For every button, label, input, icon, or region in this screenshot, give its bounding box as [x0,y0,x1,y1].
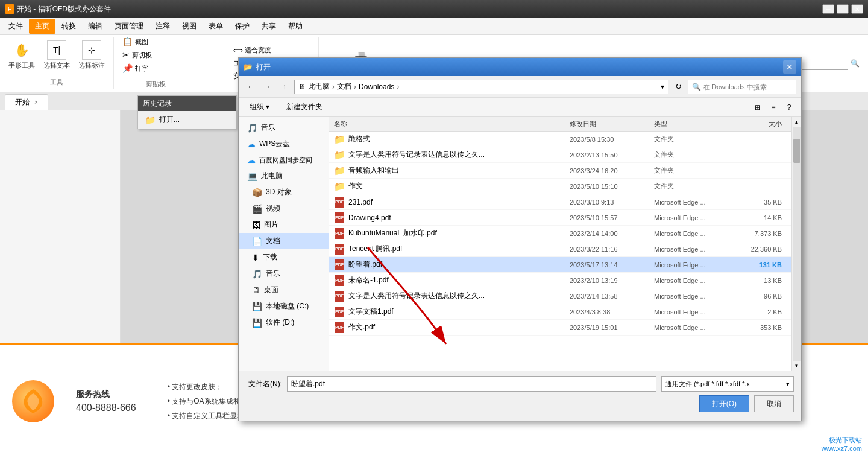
cut-btn[interactable]: ✂ 剪切板 [119,49,193,61]
nav-3d[interactable]: 📦 3D 对象 [239,184,329,200]
hand-label: 手形工具 [8,61,35,70]
app-window: F 开始 - 福昕OFD版式办公套件 ─ □ ✕ 文件 主页 转换 编辑 页面管… [0,0,868,458]
refresh-btn[interactable]: ↻ [671,80,685,94]
search-input[interactable] [703,83,792,91]
col-name-header[interactable]: 名称 [334,119,570,129]
nav-desktop-label: 桌面 [264,285,278,295]
file-item-wenzi2[interactable]: PDF 文字是人类用符号记录表达信息以传之久... 2023/2/14 13:5… [329,288,791,304]
new-folder-label: 新建文件夹 [286,102,322,112]
menu-convert[interactable]: 转换 [55,19,82,34]
nav-desktop[interactable]: 🖥 桌面 [239,282,329,298]
file-type-unnamed: Microsoft Edge ... [654,277,738,284]
scrollbar-thumb[interactable] [793,139,800,163]
nav-video[interactable]: 🎬 视频 [239,200,329,217]
new-folder-btn[interactable]: 新建文件夹 [280,100,329,115]
menu-file[interactable]: 文件 [2,19,29,34]
minimize-button[interactable]: ─ [822,4,834,14]
menu-comment[interactable]: 注释 [149,19,176,34]
nav-baidu-cloud[interactable]: ☁ 百度网盘同步空间 [239,152,329,168]
breadcrumb[interactable]: 🖥 此电脑 › 文档 › Downloads › ▾ [294,80,668,94]
menu-share[interactable]: 共享 [256,19,282,34]
file-item-wenziwengao[interactable]: PDF 文字文稿1.pdf 2023/4/3 8:38 Microsoft Ed… [329,304,791,320]
file-item-drawing4[interactable]: PDF Drawing4.pdf 2023/5/10 15:57 Microso… [329,210,791,226]
search-toolbar-go[interactable]: 🔍 [851,59,860,68]
copy-icon: 📋 [122,37,133,46]
copy-btn[interactable]: 📋 截图 [119,36,193,48]
menu-edit[interactable]: 编辑 [82,19,108,34]
nav-downloads[interactable]: ⬇ 下载 [239,249,329,266]
forward-btn[interactable]: → [260,80,275,94]
logo-svg [18,386,48,416]
file-item-zuowen[interactable]: PDF 作文.pdf 2023/5/19 15:01 Microsoft Edg… [329,320,791,336]
nav-documents[interactable]: 📄 文档 [239,233,329,249]
hand-tool-btn[interactable]: ✋ 手形工具 [5,38,39,72]
file-name-wenziwengao: 文字文稿1.pdf [348,307,570,317]
open-button[interactable]: 打开(O) [699,395,749,412]
menu-view[interactable]: 视图 [176,19,203,34]
nav-this-pc[interactable]: 💻 此电脑 [239,168,329,184]
menu-page[interactable]: 页面管理 [108,19,149,34]
organize-btn[interactable]: 组织 ▾ [244,100,275,115]
menu-form[interactable]: 表单 [203,19,229,34]
file-item-tencent[interactable]: PDF Tencent 腾讯.pdf 2023/3/22 11:16 Micro… [329,241,791,257]
maximize-button[interactable]: □ [837,4,849,14]
file-list-area: 名称 修改日期 类型 大小 📁 跪格式 2023/5/8 15:30 文件夹 📁… [329,117,791,371]
history-item-open[interactable]: 📁 打开... [138,111,236,129]
search-toolbar-input[interactable] [800,57,848,70]
filetype-combo[interactable]: 通用文件 (*.pdf *.fdf *.xfdf *.x ▾ [661,376,794,392]
dialog-toolbar-row2: 组织 ▾ 新建文件夹 ⊞ ≡ ? [239,98,801,117]
pdf-badge-unnamed: PDF [335,275,344,286]
disk-d-icon: 💾 [252,318,262,328]
pdf-badge-drawing4: PDF [335,212,344,223]
nav-disk-d[interactable]: 💾 软件 (D:) [239,314,329,331]
file-item-zuowen-folder[interactable]: 📁 作文 2023/5/10 15:10 文件夹 [329,179,791,194]
select-text-label: 选择文本 [43,61,70,70]
col-date-header[interactable]: 修改日期 [570,119,654,129]
menu-home[interactable]: 主页 [29,19,55,34]
col-type-header[interactable]: 类型 [654,119,738,129]
bc-dropdown-btn[interactable]: ▾ [661,83,664,91]
file-item-231[interactable]: PDF 231.pdf 2023/3/10 9:13 Microsoft Edg… [329,194,791,210]
downloads-icon: ⬇ [252,253,259,262]
scroll-up-btn[interactable]: ▲ [793,117,801,127]
select-text-btn[interactable]: T| 选择文本 [40,38,74,72]
nav-wps-cloud[interactable]: ☁ WPS云盘 [239,136,329,152]
file-item-kuige[interactable]: 📁 跪格式 2023/5/8 15:30 文件夹 [329,132,791,147]
bc-sep2: › [354,83,356,91]
file-item-panwangzhe[interactable]: PDF 盼望着.pdf 2023/5/17 13:14 Microsoft Ed… [329,257,791,273]
tab-open[interactable]: 开始 × [5,94,48,110]
dialog-title-text: 打开 [256,62,271,72]
menu-help[interactable]: 帮助 [282,19,309,34]
tab-close-btn[interactable]: × [34,99,38,106]
fit-width-btn[interactable]: ⟺ 适合宽度 [230,45,288,56]
back-btn[interactable]: ← [244,80,258,94]
filename-input[interactable] [287,376,656,392]
nav-pictures[interactable]: 🖼 图片 [239,217,329,233]
scroll-down-btn[interactable]: ▼ [793,361,801,371]
paste-btn[interactable]: 📌 打字 [119,62,193,74]
nav-music2[interactable]: 🎵 音乐 [239,266,329,282]
pdf-icon-wenziwengao: PDF [334,307,345,317]
grid-view-btn[interactable]: ⊞ [750,100,765,115]
history-panel: 历史记录 📁 打开... [137,95,237,129]
up-btn[interactable]: ↑ [277,80,292,94]
nav-music[interactable]: 🎵 音乐 [239,119,329,136]
footer-buttons: 打开(O) 取消 [699,395,794,412]
paste-icon: 📌 [122,63,133,73]
help-btn[interactable]: ? [782,100,796,115]
watermark-line1: 极光下载站 [822,436,862,445]
dialog-close-btn[interactable]: ✕ [783,60,796,74]
file-item-kubuntu[interactable]: PDF KubuntuManual_加水印.pdf 2023/2/14 14:0… [329,226,791,241]
file-item-wenzi[interactable]: 📁 文字是人类用符号记录表达信息以传之久... 2023/2/13 15:50 … [329,147,791,163]
nav-disk-c[interactable]: 💾 本地磁盘 (C:) [239,298,329,314]
list-view-btn[interactable]: ≡ [766,100,781,115]
col-size-header[interactable]: 大小 [738,119,787,129]
pdf-badge-kubuntu: PDF [335,228,344,239]
file-item-unnamed[interactable]: PDF 未命名-1.pdf 2023/2/10 13:19 Microsoft … [329,273,791,288]
close-button[interactable]: ✕ [851,4,863,14]
file-item-audio[interactable]: 📁 音频输入和输出 2023/3/24 16:20 文件夹 [329,163,791,179]
cancel-button[interactable]: 取消 [754,395,794,412]
right-scrollbar[interactable]: ▲ ▼ [791,117,801,371]
select-label-btn[interactable]: ⊹ 选择标注 [75,38,108,72]
menu-protect[interactable]: 保护 [229,19,256,34]
